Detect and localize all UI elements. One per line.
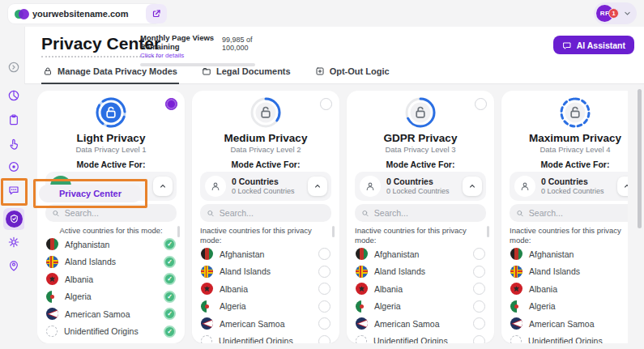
open-website-button[interactable]: [146, 4, 167, 23]
privacy-mode-card: GDPR Privacy Data Privacy Level 3 Mode A…: [347, 91, 494, 343]
country-status[interactable]: [473, 317, 485, 330]
list-header: Inactive countries for this privacy mode…: [510, 226, 628, 245]
chat-icon[interactable]: [7, 183, 20, 196]
lock-icon: [43, 66, 53, 76]
panel-icon: [514, 176, 535, 197]
sidebar: [0, 27, 24, 349]
chevron-down-icon: [624, 10, 631, 17]
country-flag: [201, 248, 213, 260]
panel-icon: [205, 176, 226, 197]
shield-check-icon: [6, 211, 23, 228]
country-search[interactable]: [355, 204, 486, 222]
mode-active-label: Mode Active For:: [510, 160, 628, 169]
page-scrollbar[interactable]: [638, 89, 642, 228]
country-status[interactable]: [318, 335, 331, 343]
country-status[interactable]: [473, 248, 485, 260]
country-status[interactable]: [318, 317, 331, 330]
hand-click-icon[interactable]: [7, 138, 20, 151]
country-row: Afghanistan: [200, 245, 331, 263]
country-status[interactable]: [164, 308, 176, 320]
external-link-icon: [151, 9, 161, 19]
country-status[interactable]: [318, 266, 331, 278]
search-input[interactable]: [65, 208, 170, 218]
mode-active-panel: 0 Countries 0 Locked Countries: [355, 172, 486, 201]
country-status[interactable]: [318, 283, 331, 295]
country-flag: [46, 238, 58, 250]
gear-icon[interactable]: [7, 236, 20, 249]
collapse-button[interactable]: [463, 177, 482, 196]
country-row: Aland Islands: [200, 263, 331, 281]
country-flag: [46, 273, 58, 285]
collapse-button[interactable]: [308, 177, 327, 196]
country-status[interactable]: [318, 300, 331, 313]
collapse-button[interactable]: [617, 177, 628, 196]
country-status[interactable]: [164, 256, 176, 268]
expand-icon[interactable]: [7, 61, 20, 74]
country-status[interactable]: [164, 238, 176, 250]
privacy-mode-card: Medium Privacy Data Privacy Level 2 Mode…: [192, 91, 339, 343]
mode-radio[interactable]: [320, 98, 332, 110]
search-icon: [361, 209, 369, 218]
mode-radio[interactable]: [165, 98, 177, 110]
country-flag: [510, 266, 522, 278]
pie-chart-icon[interactable]: [7, 89, 20, 102]
mode-active-label: Mode Active For:: [355, 160, 486, 169]
country-search[interactable]: [200, 204, 331, 222]
country-row: American Samoa: [200, 315, 331, 333]
ai-assistant-button[interactable]: AI Assistant: [553, 36, 634, 54]
list-scrollbar[interactable]: [177, 226, 180, 237]
country-name: Unidentified Origins: [64, 326, 139, 336]
country-flag: [510, 283, 522, 295]
lock-badge-icon: [560, 97, 591, 128]
country-flag: [46, 256, 58, 268]
country-list: Inactive countries for this privacy mode…: [200, 226, 331, 343]
list-scrollbar[interactable]: [487, 226, 489, 237]
country-name: Unidentified Origins: [373, 336, 448, 343]
search-input[interactable]: [220, 208, 325, 218]
country-status[interactable]: [318, 248, 331, 260]
usage-meter: Monthly Page Views Remaining 99,985 of 1…: [140, 33, 262, 66]
clipboard-icon[interactable]: [7, 113, 20, 126]
country-status[interactable]: [473, 300, 485, 313]
country-row: Unidentified Origins: [200, 333, 331, 344]
country-status[interactable]: [473, 266, 485, 278]
country-status[interactable]: [164, 326, 176, 338]
country-name: Albania: [220, 284, 248, 294]
tab-manage-data-privacy-modes[interactable]: Manage Data Privacy Modes: [41, 66, 179, 84]
usage-details-link[interactable]: Click for details: [140, 52, 262, 59]
country-row: Algeria: [45, 288, 177, 306]
tab-legal-documents[interactable]: Legal Documents: [200, 66, 292, 84]
list-header: Inactive countries for this privacy mode…: [200, 226, 331, 245]
website-selector[interactable]: yourwebsitename.com: [8, 4, 161, 23]
website-name: yourwebsitename.com: [32, 9, 129, 19]
tab-opt-out-logic[interactable]: Opt-Out Logic: [313, 66, 391, 84]
search-input[interactable]: [529, 208, 628, 218]
mode-radio[interactable]: [475, 98, 487, 110]
country-row: Unidentified Origins: [355, 333, 486, 344]
country-row: Afghanistan: [45, 236, 177, 253]
country-name: Unidentified Origins: [219, 336, 293, 343]
country-row: Algeria: [510, 298, 628, 316]
collapse-button[interactable]: [153, 177, 173, 196]
account-menu[interactable]: RF 1: [594, 2, 637, 24]
person-pin-icon[interactable]: [7, 259, 20, 272]
search-input[interactable]: [374, 208, 480, 218]
country-status[interactable]: [164, 291, 176, 303]
mode-title: GDPR Privacy: [355, 132, 486, 144]
list-scrollbar[interactable]: [332, 226, 335, 237]
list-header: Inactive countries for this privacy mode…: [355, 226, 486, 245]
country-row: American Samoa: [510, 315, 628, 333]
country-counts: 0 Countries 0 Locked Countries: [386, 177, 450, 196]
country-search[interactable]: [510, 204, 628, 222]
country-status[interactable]: [473, 283, 485, 295]
usage-label: Monthly Page Views Remaining: [140, 33, 218, 51]
country-row: Unidentified Origins: [510, 333, 628, 344]
country-name: Aland Islands: [220, 266, 271, 276]
country-row: Unidentified Origins: [45, 323, 177, 341]
country-row: Algeria: [355, 298, 486, 316]
country-status[interactable]: [164, 273, 176, 285]
sidebar-item-privacy-center[interactable]: [3, 208, 25, 230]
privacy-mode-card: Light Privacy Data Privacy Level 1 Mode …: [37, 91, 185, 343]
country-status[interactable]: [473, 335, 485, 343]
target-icon[interactable]: [7, 160, 20, 173]
